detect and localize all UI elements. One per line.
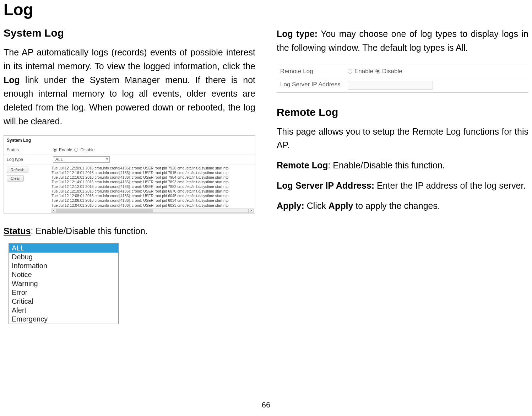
logtype-option-error[interactable]: Error [9, 288, 118, 297]
logtype-option-warning[interactable]: Warning [9, 279, 118, 288]
scroll-thumb[interactable] [57, 209, 153, 212]
text: : Enable/Disable this function. [31, 226, 147, 236]
system-log-paragraph: The AP automatically logs (records) even… [4, 45, 255, 128]
scroll-track[interactable] [56, 209, 249, 213]
remote-log-term: Remote Log [277, 160, 328, 170]
logtype-option-alert[interactable]: Alert [9, 306, 118, 315]
logtype-option-notice[interactable]: Notice [9, 270, 118, 279]
text: to apply the changes. [353, 201, 440, 211]
logtype-option-all[interactable]: ALL [9, 244, 118, 253]
system-log-panel-title: System Log [4, 136, 255, 145]
text: : Enable/Disable this function. [328, 160, 445, 170]
log-line: Tue Jul 12 12:16:01 2016 cron.info crond… [51, 175, 254, 180]
clear-button[interactable]: Clear [7, 175, 24, 182]
text: Click [304, 201, 329, 211]
status-term: Status [4, 226, 31, 236]
log-line: Tue Jul 12 12:08:01 2016 cron.info crond… [51, 194, 254, 198]
logtype-option-critical[interactable]: Critical [9, 297, 118, 306]
remote-log-paragraph: This page allows you to setup the Remote… [277, 125, 528, 152]
refresh-button[interactable]: Refresh [7, 167, 28, 173]
page-number: 66 [0, 400, 532, 410]
log-server-ip-input[interactable] [348, 81, 433, 90]
logtype-description: Log type: You may choose one of log type… [277, 27, 528, 55]
logtype-option-information[interactable]: Information [9, 261, 118, 270]
logtype-select[interactable]: ALL [53, 156, 110, 163]
status-disable-label: Disable [80, 147, 94, 152]
log-output-area: Tue Jul 12 12:20:01 2016 cron.info crond… [50, 164, 255, 213]
apply-line: Apply: Click Apply to apply the changes. [277, 199, 528, 213]
log-line: Tue Jul 12 12:10:01 2016 cron.info crond… [51, 189, 254, 194]
log-line: Tue Jul 12 12:18:01 2016 cron.info crond… [51, 171, 254, 175]
remote-log-term-line: Remote Log: Enable/Disable this function… [277, 158, 528, 172]
status-description: Status: Enable/Disable this function. [4, 224, 255, 238]
remote-log-heading: Remote Log [277, 106, 528, 118]
log-line: Tue Jul 12 12:06:01 2016 cron.info crond… [51, 198, 254, 203]
logtype-term: Log type: [277, 29, 317, 39]
remote-log-panel: Remote Log Enable Disable Log Server IP … [277, 65, 528, 93]
status-row-label: Status [4, 145, 50, 155]
apply-term: Apply: [277, 201, 304, 211]
logtype-option-emergency[interactable]: Emergency [9, 315, 118, 324]
status-disable-radio[interactable] [74, 148, 78, 152]
log-line: Tue Jul 12 12:20:01 2016 cron.info crond… [51, 166, 254, 171]
log-server-ip-row-label: Log Server IP Address [277, 78, 344, 92]
apply-button-name: Apply [329, 201, 353, 211]
scroll-left-button[interactable]: < [51, 209, 56, 213]
log-line: Tue Jul 12 12:14:01 2016 cron.info crond… [51, 180, 254, 184]
logtype-option-debug[interactable]: Debug [9, 253, 118, 261]
remote-disable-label: Disable [382, 68, 402, 75]
remote-disable-radio[interactable] [375, 69, 380, 74]
remote-enable-radio[interactable] [348, 69, 352, 74]
text: link under the System Manager menu. If t… [4, 75, 255, 126]
page-title: Log [4, 0, 528, 19]
status-enable-radio[interactable] [53, 148, 57, 152]
log-line: Tue Jul 12 12:12:01 2016 cron.info crond… [51, 184, 254, 189]
system-log-panel: System Log Status Enable Disable Log typ… [4, 135, 255, 214]
logtype-dropdown-list[interactable]: ALL Debug Information Notice Warning Err… [9, 243, 119, 324]
text: The AP automatically logs (records) even… [4, 47, 255, 71]
logtype-row-label: Log type [4, 155, 50, 164]
remote-enable-label: Enable [354, 68, 373, 75]
remote-log-row-label: Remote Log [277, 65, 344, 78]
text: Enter the IP address of the log server. [374, 180, 526, 190]
scroll-right-button[interactable]: > [249, 209, 254, 213]
log-link-text: Log [4, 75, 20, 85]
log-line: Tue Jul 12 12:04:01 2016 cron.info crond… [51, 203, 254, 208]
status-enable-label: Enable [59, 147, 72, 152]
system-log-heading: System Log [4, 27, 255, 39]
log-server-ip-line: Log Server IP Address: Enter the IP addr… [277, 179, 528, 193]
log-server-ip-term: Log Server IP Address: [277, 180, 374, 190]
